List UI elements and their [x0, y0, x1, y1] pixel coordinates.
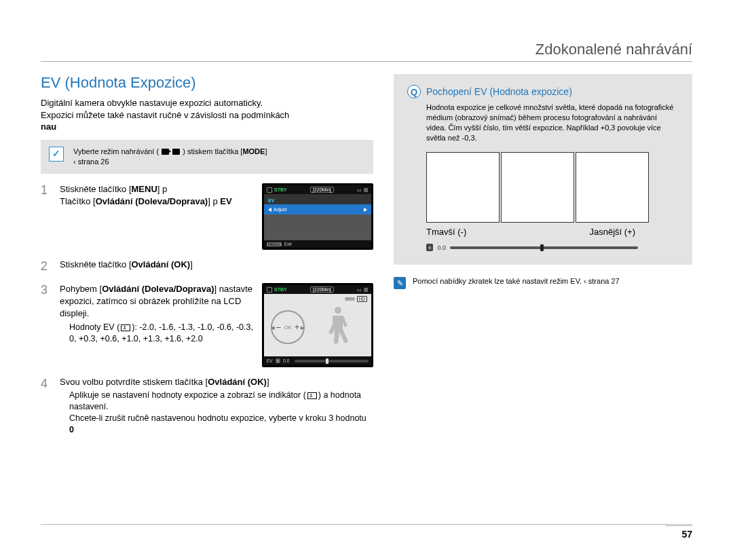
lcd2-slider [295, 360, 369, 362]
lcd1-stby: STBY [274, 187, 287, 192]
page-header: Zdokonalené nahrávání [41, 41, 692, 62]
s3-pre: Pohybem [ [60, 284, 102, 294]
intro-line1: Digitální kamera obvykle nastavuje expoz… [41, 98, 263, 108]
lcd2-stby: STBY [274, 287, 287, 292]
modebox-end: ] [265, 147, 267, 155]
exposure-slider-row: ± 0.0 [407, 244, 638, 251]
exposure-slider-bar [450, 246, 638, 249]
lcd2-ev-badge: ± [276, 358, 281, 363]
ev-inline-icon [121, 324, 130, 331]
lcd2-ev-label: EV [267, 358, 273, 363]
lcd1-ev-row: EV [264, 197, 371, 204]
s1-ev: EV [220, 196, 231, 206]
s2-pre: Stiskněte tlačítko [ [60, 259, 132, 269]
label-bright: Jasnější (+) [589, 227, 635, 237]
intro-text: Digitální kamera obvykle nastavuje expoz… [41, 97, 373, 133]
note-icon: ✎ [394, 277, 406, 289]
s4-bold: Ovládání (OK) [208, 377, 267, 387]
lcd2-hd-icon: HD [357, 296, 367, 302]
s4-sub2bold: 0 [69, 425, 74, 434]
footer-rule [41, 524, 692, 525]
lcd1-rec-icon [267, 187, 272, 193]
lcd1-menu-badge: MENU [267, 242, 282, 246]
step-3: 3 Pohybem [Ovládání (Doleva/Doprava)] na… [41, 283, 373, 367]
s1-l2post: ] p [208, 196, 220, 206]
lcd1-adjust: Adjust [274, 207, 286, 212]
s1-l2pre: Tlačítko [ [60, 196, 96, 206]
intro-line2: Expozici můžete také nastavit ručně v zá… [41, 110, 289, 120]
note-row: ✎ Pomocí nabídky zkratek lze také nastav… [394, 277, 692, 289]
lcd2-battery-icon: ▥ [364, 287, 369, 293]
modebox-ref: ‹ strana 26 [73, 157, 109, 166]
lcd-screenshot-2: STBY [220Min] ▭ ▥ [262, 283, 373, 367]
modebox-post: ) stiskem tlačítka [ [183, 147, 242, 155]
note-text: Pomocí nabídky zkratek lze také nastavit… [413, 277, 620, 285]
s4-pre: Svou volbu potvrdíte stiskem tlačítka [ [60, 377, 208, 387]
lcd2-time: [220Min] [310, 286, 334, 293]
ev-badge-icon: ± [426, 244, 433, 251]
lcd1-battery-icon: ▥ [364, 187, 369, 193]
lcd-screenshot-1: STBY [220Min] ▭ ▥ EV [262, 183, 373, 250]
step-4: 4 Svou volbu potvrdíte stiskem tlačítka … [41, 377, 373, 436]
intro-bold: nau [41, 121, 373, 133]
exposure-sample-mid [501, 152, 574, 223]
s1-menu: MENU [132, 184, 157, 194]
steps-list: 1 Stiskněte tlačítko [MENU] p Tlačítko [… [41, 183, 373, 436]
modebox-btn: MODE [242, 147, 265, 155]
lcd1-arrow-left-icon [268, 208, 271, 212]
info-title: Pochopení EV (Hodnota expozice) [426, 86, 572, 97]
label-dark: Tmavší (-) [426, 227, 466, 237]
exposure-sample-dark [426, 152, 500, 223]
s1-post: ] p [157, 184, 167, 194]
step-2: 2 Stiskněte tlačítko [Ovládání (OK)] [41, 259, 373, 274]
info-box: Q Pochopení EV (Hodnota expozice) Hodnot… [394, 74, 692, 265]
lcd1-exit: Exit [284, 242, 292, 246]
info-text: Hodnota expozice je celkové množství svě… [407, 102, 679, 143]
hint-icon: Q [407, 85, 421, 98]
s3-subpre: Hodnoty EV ( [69, 322, 119, 332]
page-number: 57 [665, 525, 692, 540]
section-title: EV (Hodnota Expozice) [41, 74, 373, 92]
lcd1-arrow-right-icon [364, 208, 367, 212]
silhouette-icon [320, 303, 356, 351]
step-num-4: 4 [41, 377, 53, 436]
step-num-3: 3 [41, 283, 53, 367]
lcd1-adjust-row: Adjust [264, 204, 371, 214]
step-1: 1 Stiskněte tlačítko [MENU] p Tlačítko [… [41, 183, 373, 250]
lcd2-rec-icon [267, 287, 272, 293]
videocam-icon [162, 149, 169, 155]
dial-arrow-left-icon: ◂ [271, 323, 275, 332]
step-num-1: 1 [41, 183, 53, 250]
check-icon: ✓ [49, 147, 64, 162]
s4-sub2pre: Chcete-li zrušit ručně nastavenou hodnot… [69, 413, 366, 423]
s1-l2bold: Ovládání (Doleva/Doprava) [96, 196, 208, 206]
s1-pre: Stiskněte tlačítko [ [60, 184, 132, 194]
step-num-2: 2 [41, 259, 53, 274]
exposure-samples [407, 152, 679, 223]
exposure-sample-bright [576, 152, 649, 223]
slider-val: 0.0 [437, 244, 446, 251]
lcd2-ev-val: 0.0 [283, 358, 289, 363]
s3-bold: Ovládání (Doleva/Doprava) [102, 284, 214, 294]
lcd2-count: 9999 [345, 297, 354, 301]
mode-select-box: ✓ Vyberte režim nahrávání ( ) stiskem tl… [41, 140, 373, 174]
s4-sub1: Aplikuje se nastavení hodnoty expozice a… [69, 390, 306, 400]
left-column: EV (Hodnota Expozice) Digitální kamera o… [41, 74, 373, 533]
dial-arrow-right-icon: ▸ [301, 323, 305, 332]
lcd1-card-icon: ▭ [357, 187, 362, 193]
s2-bold: Ovládání (OK) [132, 259, 191, 269]
camera-icon [172, 149, 180, 155]
lcd2-control-dial: ◂ – + ▸ [271, 310, 305, 344]
s4-post: ] [267, 377, 269, 387]
ev-inline-icon-2 [307, 392, 317, 399]
lcd2-card-icon: ▭ [357, 287, 362, 293]
s2-post: ] [190, 259, 193, 269]
modebox-pre: Vyberte režim nahrávání ( [73, 147, 159, 155]
lcd1-time: [220Min] [310, 187, 334, 193]
right-column: Q Pochopení EV (Hodnota expozice) Hodnot… [394, 74, 692, 533]
